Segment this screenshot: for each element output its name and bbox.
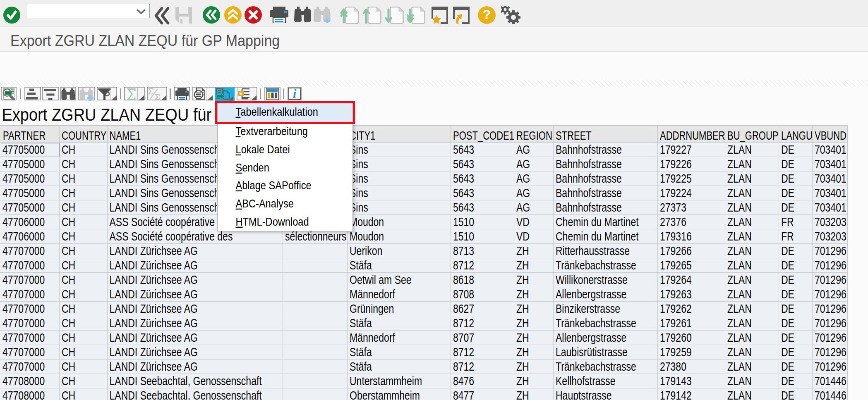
svg-text:?: ? [483, 7, 491, 22]
